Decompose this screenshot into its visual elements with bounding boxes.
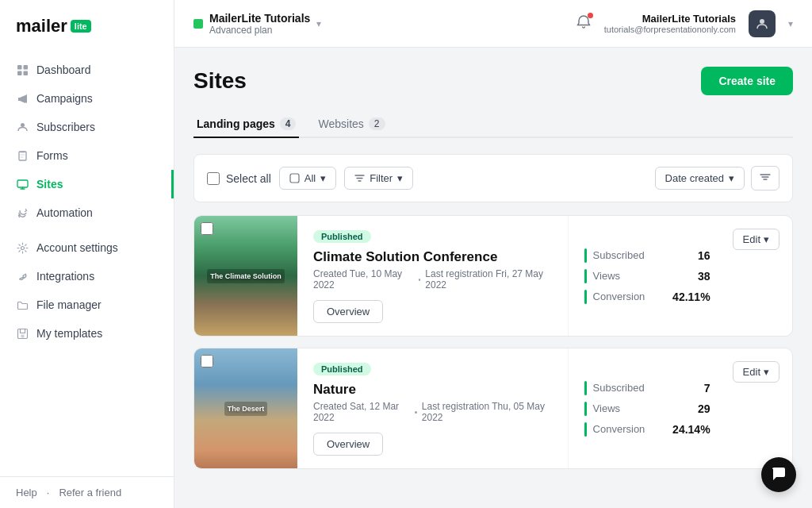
svg-point-7 — [21, 246, 24, 249]
filter-button[interactable]: Filter ▾ — [344, 167, 413, 190]
card-thumb-nature: The Desert — [194, 348, 297, 468]
sort-select[interactable]: Date created ▾ — [655, 167, 745, 190]
tab-websites-label: Websites — [318, 117, 363, 130]
svg-rect-2 — [17, 71, 22, 75]
sort-order-button[interactable] — [751, 166, 779, 190]
thumb-label-climate: The Climate Solution — [207, 269, 285, 283]
topbar-right: MailerLite Tutorials tutorials@forpresen… — [576, 10, 793, 37]
overview-button-climate[interactable]: Overview — [313, 300, 383, 323]
avatar-caret-icon[interactable]: ▾ — [788, 18, 793, 29]
megaphone-icon — [16, 92, 29, 105]
filter-label: Filter — [370, 172, 393, 184]
sort-caret-icon: ▾ — [729, 172, 734, 184]
toolbar-right: Date created ▾ — [655, 166, 779, 190]
svg-rect-11 — [290, 174, 299, 183]
sidebar-item-campaigns[interactable]: Campaigns — [0, 84, 174, 113]
card-stats-climate: Subscribed 16 Views 38 Conversion 42.11% — [568, 216, 726, 336]
select-all-text: Select all — [226, 172, 271, 185]
edit-button-climate[interactable]: Edit ▾ — [733, 229, 779, 250]
avatar[interactable] — [749, 10, 776, 37]
sidebar-item-subscribers[interactable]: Subscribers — [0, 113, 174, 141]
svg-point-10 — [760, 19, 764, 24]
user-icon — [16, 121, 29, 133]
all-filter-button[interactable]: All ▾ — [279, 167, 336, 190]
tab-websites-count: 2 — [369, 117, 385, 130]
monitor-icon — [16, 178, 29, 190]
page-title: Sites — [193, 68, 247, 94]
stat-views-nature: Views 29 — [584, 402, 710, 416]
sidebar-item-file-manager[interactable]: File manager — [0, 291, 174, 319]
stat-label-conversion-climate: Conversion — [593, 291, 667, 302]
sidebar-item-account-settings-label: Account settings — [36, 241, 118, 254]
sidebar-nav: Dashboard Campaigns Subscribers Forms — [0, 49, 174, 476]
published-badge-climate: Published — [313, 230, 371, 243]
refresh-icon — [16, 206, 29, 219]
edit-caret-icon-nature: ▾ — [764, 366, 769, 378]
svg-rect-9 — [21, 334, 24, 337]
card-title-climate: Climate Solution Conference — [313, 249, 552, 265]
card-created-nature: Created Sat, 12 Mar 2022 — [313, 401, 410, 423]
stat-value-subscribed-nature: 7 — [704, 382, 710, 394]
create-site-button[interactable]: Create site — [701, 67, 793, 95]
logo-text: mailer — [16, 16, 67, 37]
svg-rect-3 — [23, 71, 28, 75]
overview-button-nature[interactable]: Overview — [313, 433, 383, 456]
sidebar-item-file-manager-label: File manager — [36, 298, 102, 311]
sidebar-item-my-templates[interactable]: My templates — [0, 319, 174, 348]
sidebar-item-dashboard[interactable]: Dashboard — [0, 56, 174, 84]
logo-area: mailer lite — [0, 0, 174, 49]
svg-rect-6 — [17, 180, 28, 187]
tab-landing-pages-count: 4 — [280, 117, 297, 130]
stat-bar-conversion-nature — [584, 422, 587, 437]
stat-bar-subscribed-nature — [584, 381, 587, 395]
card-checkbox-nature[interactable] — [201, 355, 213, 368]
stat-value-views-climate: 38 — [698, 270, 710, 283]
card-checkbox-climate[interactable] — [201, 222, 213, 235]
sidebar-item-sites-label: Sites — [36, 178, 63, 190]
stat-bar-views-climate — [584, 269, 587, 283]
chat-bubble[interactable] — [761, 457, 796, 492]
sidebar-item-subscribers-label: Subscribers — [36, 121, 95, 133]
help-link[interactable]: Help — [16, 487, 37, 498]
save-icon — [16, 327, 29, 340]
tab-websites[interactable]: Websites 2 — [315, 111, 388, 138]
stat-subscribed-climate: Subscribed 16 — [584, 248, 710, 263]
edit-label-nature: Edit — [743, 366, 760, 378]
notification-dot — [588, 13, 593, 18]
tab-landing-pages[interactable]: Landing pages 4 — [193, 111, 299, 138]
tabs-bar: Landing pages 4 Websites 2 — [193, 111, 793, 138]
select-all-label[interactable]: Select all — [207, 172, 271, 185]
card-actions-climate: Edit ▾ — [726, 216, 792, 336]
sidebar-item-forms-label: Forms — [36, 149, 68, 162]
topbar: MailerLite Tutorials Advanced plan ▾ Mai… — [174, 0, 812, 48]
settings-icon — [16, 241, 29, 254]
stat-value-conversion-climate: 42.11% — [672, 291, 710, 303]
sidebar-item-automation[interactable]: Automation — [0, 198, 174, 227]
svg-rect-5 — [19, 152, 26, 160]
sidebar-item-sites[interactable]: Sites — [0, 170, 174, 198]
sidebar-item-account-settings[interactable]: Account settings — [0, 233, 174, 262]
card-last-reg-nature: Last registration Thu, 05 May 2022 — [422, 401, 552, 423]
edit-button-nature[interactable]: Edit ▾ — [733, 361, 779, 383]
stat-conversion-nature: Conversion 24.14% — [584, 422, 710, 437]
card-stats-nature: Subscribed 7 Views 29 Conversion 24.14% — [568, 348, 726, 468]
sidebar-item-integrations[interactable]: Integrations — [0, 262, 174, 291]
stat-label-conversion-nature: Conversion — [593, 423, 667, 435]
plan-info: MailerLite Tutorials Advanced plan — [209, 12, 310, 36]
notification-bell[interactable] — [576, 14, 592, 33]
page-header: Sites Create site — [193, 67, 793, 95]
plan-caret-icon[interactable]: ▾ — [316, 18, 321, 29]
card-select-climate[interactable] — [201, 222, 213, 238]
card-nature: The Desert Published Nature Created Sat,… — [193, 348, 793, 469]
user-email: tutorials@forpresentationonly.com — [604, 25, 736, 34]
user-info: MailerLite Tutorials tutorials@forpresen… — [604, 13, 736, 34]
content-area: Sites Create site Landing pages 4 Websit… — [174, 48, 812, 508]
select-all-checkbox[interactable] — [207, 172, 220, 185]
stat-subscribed-nature: Subscribed 7 — [584, 381, 710, 395]
stat-label-subscribed-nature: Subscribed — [593, 382, 698, 394]
refer-link[interactable]: Refer a friend — [59, 487, 121, 498]
stat-value-conversion-nature: 24.14% — [672, 423, 710, 436]
card-select-nature[interactable] — [201, 355, 213, 371]
edit-caret-icon-climate: ▾ — [764, 233, 769, 245]
sidebar-item-forms[interactable]: Forms — [0, 141, 174, 170]
